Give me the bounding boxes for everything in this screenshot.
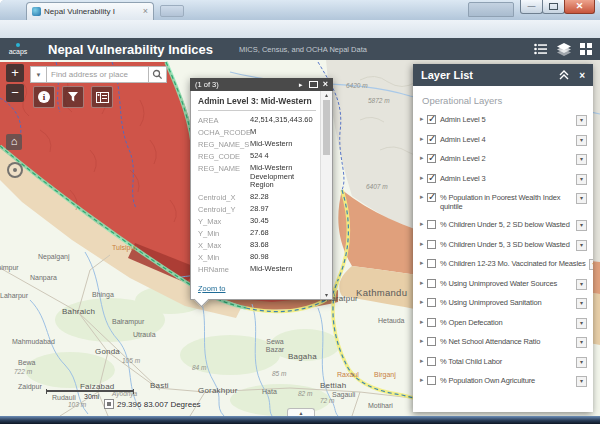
expand-layer-icon[interactable]: ▸ [420, 376, 427, 384]
layer-label[interactable]: % Children Under 5, 3 SD below Wasted [440, 240, 573, 249]
zoom-in-button[interactable]: + [6, 64, 24, 82]
expand-layer-icon[interactable]: ▸ [420, 193, 427, 201]
expand-layer-icon[interactable]: ▸ [420, 298, 427, 306]
layer-checkbox[interactable] [427, 318, 436, 327]
new-tab-button[interactable] [160, 5, 184, 17]
layer-menu-button[interactable]: ▾ [576, 357, 587, 368]
layer-menu-button[interactable]: ▾ [589, 259, 593, 270]
layer-menu-button[interactable]: ▾ [576, 220, 587, 231]
layer-label[interactable]: % Total Child Labor [440, 357, 573, 366]
layer-label[interactable]: % Population in Poorest Wealth Index qui… [440, 193, 573, 212]
layer-menu-button[interactable]: ▾ [576, 240, 587, 251]
popup-field-value: 27.68 [250, 229, 269, 238]
search-input[interactable] [47, 66, 149, 83]
scroll-down-icon[interactable]: ▾ [325, 292, 328, 298]
expand-layer-icon[interactable]: ▸ [420, 135, 427, 143]
layer-label[interactable]: % Using Unimproved Water Sources [440, 279, 573, 288]
layer-list-item: ▸Admin Level 2▾ [420, 154, 587, 165]
layer-label[interactable]: Admin Level 2 [440, 154, 573, 163]
tab-title: Nepal Vulnerability I [44, 7, 140, 16]
popup-scrollbar[interactable]: ▴ ▾ [320, 91, 332, 299]
layer-menu-button[interactable]: ▾ [576, 279, 587, 290]
layer-label[interactable]: Admin Level 5 [440, 115, 573, 124]
expand-layer-icon[interactable]: ▸ [420, 154, 427, 162]
layer-menu-button[interactable]: ▾ [576, 193, 587, 204]
window-maximize-button[interactable] [542, 0, 565, 14]
layer-menu-button[interactable]: ▾ [576, 337, 587, 348]
layer-checkbox[interactable] [427, 193, 436, 202]
expand-layer-icon[interactable]: ▸ [420, 115, 427, 123]
popup-field-label: Centroid_Y [198, 205, 250, 214]
layer-label[interactable]: % Population Own Agriculture [440, 376, 573, 385]
popup-next-icon[interactable]: ► [298, 82, 304, 88]
coordinate-icon[interactable] [104, 399, 114, 409]
info-widget-button[interactable]: i [33, 86, 55, 108]
coordinate-readout: 29.396 83.007 Degrees [117, 400, 201, 409]
layer-label[interactable]: % Children 12-23 Mo. Vaccinated for Meas… [440, 259, 586, 268]
layer-label[interactable]: % Net School Attendance Ratio [440, 337, 573, 346]
popup-maximize-icon[interactable] [309, 81, 318, 88]
popup-field-label: Centroid_X [198, 193, 250, 202]
expand-layer-icon[interactable]: ▸ [420, 357, 427, 365]
layer-checkbox[interactable] [427, 240, 436, 249]
window-close-button[interactable]: ✕ [564, 0, 595, 14]
layer-list-header: Layer List × [413, 64, 593, 86]
layer-label[interactable]: % Children Under 5, 2 SD below Wasted [440, 220, 573, 229]
browser-tab[interactable]: Nepal Vulnerability I × [26, 2, 154, 20]
expand-layer-icon[interactable]: ▸ [420, 259, 427, 267]
close-panel-icon[interactable]: × [579, 70, 585, 81]
collapse-panel-icon[interactable] [559, 70, 569, 80]
filter-widget-button[interactable] [62, 86, 84, 108]
layer-menu-button[interactable]: ▾ [576, 174, 587, 185]
layers-icon[interactable] [557, 43, 571, 56]
layer-checkbox[interactable] [427, 357, 436, 366]
layer-checkbox[interactable] [427, 174, 436, 183]
layer-menu-button[interactable]: ▾ [576, 135, 587, 146]
layer-label[interactable]: Admin Level 4 [440, 135, 573, 144]
expand-layer-icon[interactable]: ▸ [420, 220, 427, 228]
search-button[interactable] [149, 66, 167, 83]
expand-layer-icon[interactable]: ▸ [420, 318, 427, 326]
layer-checkbox[interactable] [427, 376, 436, 385]
window-controls: — ✕ [521, 0, 595, 14]
layer-checkbox[interactable] [427, 337, 436, 346]
layer-checkbox[interactable] [427, 259, 436, 268]
expand-layer-icon[interactable]: ▸ [420, 337, 427, 345]
legend-list-icon[interactable] [534, 43, 548, 55]
layer-menu-button[interactable]: ▾ [576, 154, 587, 165]
zoom-out-button[interactable]: − [6, 84, 24, 102]
layer-list-title: Layer List [421, 69, 559, 81]
popup-close-icon[interactable]: × [323, 80, 328, 89]
feature-popup: (1 of 3) ► × Admin Level 3: Mid-Western … [190, 78, 333, 300]
tab-close-icon[interactable]: × [143, 7, 148, 16]
layer-menu-button[interactable]: ▾ [576, 115, 587, 126]
layer-checkbox[interactable] [427, 220, 436, 229]
layer-checkbox[interactable] [427, 298, 436, 307]
search-source-dropdown[interactable]: ▼ [30, 66, 47, 83]
layer-label[interactable]: % Open Defecation [440, 318, 573, 327]
expand-layer-icon[interactable]: ▸ [420, 240, 427, 248]
apps-grid-icon[interactable] [580, 43, 592, 55]
layer-checkbox[interactable] [427, 154, 436, 163]
layer-menu-button[interactable]: ▾ [576, 318, 587, 329]
legend-widget-button[interactable] [91, 86, 113, 108]
layer-checkbox[interactable] [427, 279, 436, 288]
search-bar: ▼ [30, 66, 167, 83]
popup-pager: (1 of 3) [195, 80, 298, 89]
expand-layer-icon[interactable]: ▸ [420, 174, 427, 182]
window-minimize-button[interactable]: — [520, 0, 543, 14]
locate-button[interactable] [7, 162, 23, 178]
scroll-thumb[interactable] [323, 100, 330, 155]
logo-text: acaps [0, 48, 36, 55]
coordinate-widget: 29.396 83.007 Degrees [104, 399, 201, 409]
home-button[interactable]: ⌂ [6, 134, 22, 150]
popup-field-row: OCHA_RCODEM [198, 128, 316, 137]
expand-layer-icon[interactable]: ▸ [420, 279, 427, 287]
tab-strip-button[interactable] [468, 2, 514, 17]
layer-checkbox[interactable] [427, 135, 436, 144]
layer-label[interactable]: Admin Level 3 [440, 174, 573, 183]
layer-label[interactable]: % Using Unimproved Sanitation [440, 298, 573, 307]
layer-menu-button[interactable]: ▾ [576, 376, 587, 387]
layer-menu-button[interactable]: ▾ [576, 298, 587, 309]
layer-checkbox[interactable] [427, 115, 436, 124]
